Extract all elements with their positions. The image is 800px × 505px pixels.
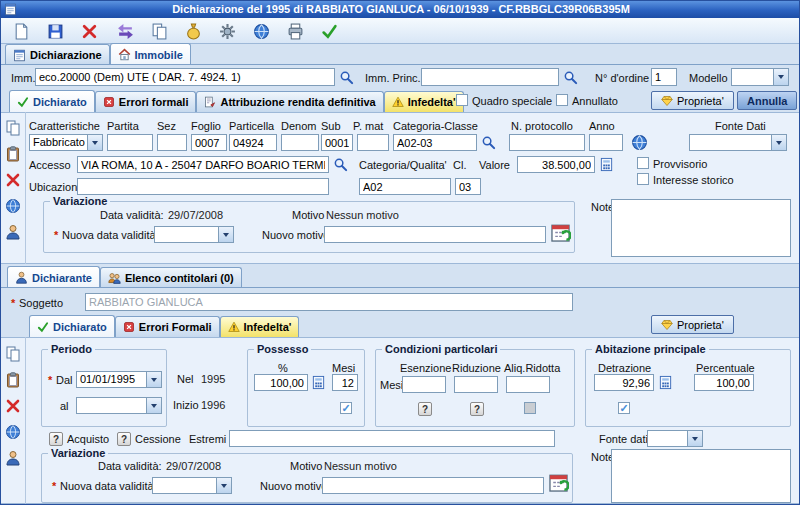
paste-row-button-2[interactable] — [4, 371, 22, 389]
web-service-button[interactable] — [249, 20, 273, 42]
delete-row-button-2[interactable] — [4, 397, 22, 415]
new-document-button[interactable] — [9, 20, 33, 42]
tab-errori-formali-2[interactable]: Errori Formali — [115, 316, 220, 337]
classe-input[interactable] — [455, 178, 481, 195]
chevron-down-icon[interactable] — [146, 398, 161, 413]
transfer-button[interactable] — [113, 20, 137, 42]
percent-calc-button[interactable] — [309, 374, 328, 391]
tab-elenco-contitolari[interactable]: Elenco contitolari (0) — [100, 267, 242, 288]
percent-input[interactable] — [254, 374, 308, 391]
nuovo-motivo-input-2[interactable] — [322, 477, 544, 494]
categoria-classe-input[interactable] — [393, 134, 477, 151]
chevron-down-icon[interactable] — [218, 227, 233, 242]
money-button[interactable] — [181, 20, 205, 42]
categoria-input[interactable] — [359, 178, 451, 195]
confirm-button[interactable] — [317, 20, 341, 42]
caratteristiche-select[interactable]: Fabbricato — [29, 134, 103, 151]
categoria-classe-search-button[interactable] — [479, 134, 498, 151]
tab-dichiarato[interactable]: Dichiarato — [9, 90, 95, 112]
esenzione-mesi-input[interactable] — [402, 376, 446, 393]
n-ordine-input[interactable] — [651, 68, 677, 86]
imm-input[interactable] — [35, 68, 335, 86]
denom-input[interactable] — [281, 134, 319, 151]
print-button[interactable] — [283, 20, 307, 42]
n-protocollo-input[interactable] — [509, 134, 585, 151]
title-bar[interactable]: Dichiarazione del 1995 di RABBIATO GIANL… — [1, 1, 800, 18]
nuovo-motivo-input[interactable] — [324, 226, 546, 243]
tab-immobile[interactable]: Immobile — [110, 43, 191, 65]
particella-input[interactable] — [229, 134, 277, 151]
annullato-checkbox[interactable] — [556, 94, 568, 106]
user-button-2[interactable] — [4, 449, 22, 467]
tab-dichiarante[interactable]: Dichiarante — [7, 266, 100, 288]
chevron-down-icon[interactable] — [687, 431, 702, 446]
detrazione-calc-button[interactable] — [656, 374, 675, 391]
possesso-checkbox[interactable]: ✓ — [340, 402, 352, 414]
user-button[interactable] — [4, 223, 22, 241]
proprieta-button[interactable]: Proprieta' — [651, 91, 734, 110]
abitazione-checkbox[interactable]: ✓ — [618, 402, 630, 414]
imm-princ-input[interactable] — [421, 68, 559, 86]
service-button-2[interactable] — [4, 423, 22, 441]
copy-row-button-2[interactable] — [4, 345, 22, 363]
percentuale-input[interactable] — [694, 374, 754, 391]
nuova-data-validita-select[interactable] — [154, 226, 234, 243]
modello-select[interactable] — [731, 68, 789, 86]
soggetto-input[interactable] — [85, 293, 573, 311]
aliq-ridotta-mesi-input[interactable] — [506, 376, 550, 393]
tab-dichiarazione[interactable]: Dichiarazione — [5, 44, 110, 65]
variazione-history-button[interactable] — [548, 220, 572, 244]
paste-row-button[interactable] — [4, 145, 22, 163]
sez-input[interactable] — [157, 134, 187, 151]
anno-input[interactable] — [589, 134, 623, 151]
mesi-input[interactable] — [332, 374, 358, 391]
service-button[interactable] — [4, 197, 22, 215]
save-button[interactable] — [43, 20, 67, 42]
accesso-input[interactable] — [77, 156, 329, 173]
fonte-dati-select-2[interactable] — [647, 430, 703, 447]
ubicazione-input[interactable] — [77, 178, 329, 195]
foglio-input[interactable] — [191, 134, 227, 151]
chevron-down-icon[interactable] — [87, 135, 102, 150]
annulla-button[interactable]: Annulla — [737, 91, 797, 110]
tab-dichiarato-2[interactable]: Dichiarato — [29, 315, 115, 337]
help-riduzione-button[interactable]: ? — [470, 402, 484, 416]
acquisto-toggle[interactable]: ? — [49, 432, 63, 446]
chevron-down-icon[interactable] — [771, 135, 786, 150]
help-esenzione-button[interactable]: ? — [418, 402, 432, 416]
partita-input[interactable] — [107, 134, 153, 151]
valore-input[interactable] — [517, 156, 595, 173]
tab-attribuzione-rendita[interactable]: Attribuzione rendita definitiva — [196, 91, 383, 112]
imm-search-button[interactable] — [337, 68, 356, 86]
delete-row-button[interactable] — [4, 171, 22, 189]
copy-row-button[interactable] — [4, 119, 22, 137]
chevron-down-icon[interactable] — [773, 69, 788, 85]
riduzione-mesi-input[interactable] — [454, 376, 498, 393]
quadro-speciale-checkbox[interactable] — [456, 94, 468, 106]
chevron-down-icon[interactable] — [146, 372, 161, 387]
estremi-input[interactable] — [229, 430, 555, 447]
tab-infedelta[interactable]: Infedelta' — [384, 91, 464, 112]
detrazione-input[interactable] — [594, 374, 654, 391]
catasto-service-button[interactable] — [629, 132, 649, 152]
provvisorio-checkbox[interactable] — [637, 157, 649, 169]
copy-button[interactable] — [147, 20, 171, 42]
tab-infedelta-2[interactable]: Infedelta' — [220, 316, 300, 337]
dal-select[interactable]: 01/01/1995 — [76, 371, 162, 388]
tab-errori-formali[interactable]: Errori formali — [95, 91, 197, 112]
accesso-search-button[interactable] — [331, 156, 350, 173]
note-textarea[interactable] — [611, 199, 791, 257]
imm-princ-search-button[interactable] — [561, 68, 580, 86]
al-select[interactable] — [76, 397, 162, 414]
delete-button[interactable] — [77, 20, 101, 42]
interesse-storico-checkbox[interactable] — [637, 173, 649, 185]
p-mat-input[interactable] — [357, 134, 389, 151]
variazione-history-button-2[interactable] — [546, 470, 570, 494]
valore-calc-button[interactable] — [597, 156, 616, 173]
sub-input[interactable] — [321, 134, 353, 151]
cessione-toggle[interactable]: ? — [117, 432, 131, 446]
chevron-down-icon[interactable] — [216, 478, 231, 493]
nuova-data-validita-select-2[interactable] — [152, 477, 232, 494]
proprieta-button-2[interactable]: Proprieta' — [651, 315, 734, 334]
fonte-dati-select[interactable] — [689, 134, 787, 151]
